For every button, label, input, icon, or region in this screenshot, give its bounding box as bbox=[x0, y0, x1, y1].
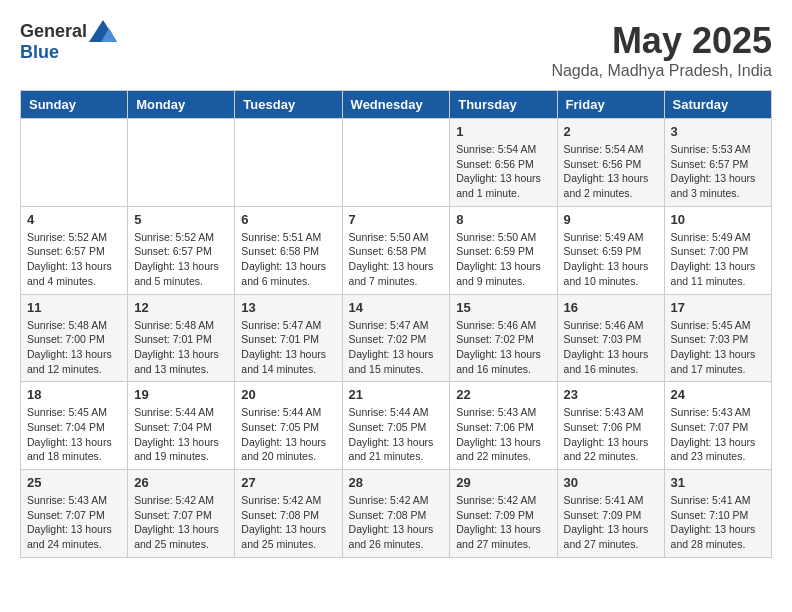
day-number: 12 bbox=[134, 300, 228, 315]
calendar-cell: 7Sunrise: 5:50 AM Sunset: 6:58 PM Daylig… bbox=[342, 206, 450, 294]
day-number: 14 bbox=[349, 300, 444, 315]
day-info: Sunrise: 5:50 AM Sunset: 6:58 PM Dayligh… bbox=[349, 230, 444, 289]
logo: General Blue bbox=[20, 20, 117, 63]
day-number: 27 bbox=[241, 475, 335, 490]
calendar-cell: 20Sunrise: 5:44 AM Sunset: 7:05 PM Dayli… bbox=[235, 382, 342, 470]
day-number: 18 bbox=[27, 387, 121, 402]
calendar-table: SundayMondayTuesdayWednesdayThursdayFrid… bbox=[20, 90, 772, 558]
calendar-cell: 3Sunrise: 5:53 AM Sunset: 6:57 PM Daylig… bbox=[664, 119, 771, 207]
weekday-header-wednesday: Wednesday bbox=[342, 91, 450, 119]
day-number: 6 bbox=[241, 212, 335, 227]
day-number: 29 bbox=[456, 475, 550, 490]
calendar-cell: 8Sunrise: 5:50 AM Sunset: 6:59 PM Daylig… bbox=[450, 206, 557, 294]
day-info: Sunrise: 5:51 AM Sunset: 6:58 PM Dayligh… bbox=[241, 230, 335, 289]
logo-blue-text: Blue bbox=[20, 42, 59, 63]
day-number: 17 bbox=[671, 300, 765, 315]
day-number: 22 bbox=[456, 387, 550, 402]
page-header: General Blue May 2025 Nagda, Madhya Prad… bbox=[20, 20, 772, 80]
day-info: Sunrise: 5:47 AM Sunset: 7:02 PM Dayligh… bbox=[349, 318, 444, 377]
weekday-header-saturday: Saturday bbox=[664, 91, 771, 119]
day-info: Sunrise: 5:46 AM Sunset: 7:03 PM Dayligh… bbox=[564, 318, 658, 377]
calendar-cell: 23Sunrise: 5:43 AM Sunset: 7:06 PM Dayli… bbox=[557, 382, 664, 470]
day-number: 4 bbox=[27, 212, 121, 227]
month-title: May 2025 bbox=[551, 20, 772, 62]
calendar-cell: 27Sunrise: 5:42 AM Sunset: 7:08 PM Dayli… bbox=[235, 470, 342, 558]
calendar-cell: 30Sunrise: 5:41 AM Sunset: 7:09 PM Dayli… bbox=[557, 470, 664, 558]
day-info: Sunrise: 5:42 AM Sunset: 7:08 PM Dayligh… bbox=[349, 493, 444, 552]
weekday-header-sunday: Sunday bbox=[21, 91, 128, 119]
day-number: 20 bbox=[241, 387, 335, 402]
weekday-header-tuesday: Tuesday bbox=[235, 91, 342, 119]
day-info: Sunrise: 5:52 AM Sunset: 6:57 PM Dayligh… bbox=[27, 230, 121, 289]
calendar-week-4: 18Sunrise: 5:45 AM Sunset: 7:04 PM Dayli… bbox=[21, 382, 772, 470]
day-info: Sunrise: 5:54 AM Sunset: 6:56 PM Dayligh… bbox=[456, 142, 550, 201]
calendar-cell: 28Sunrise: 5:42 AM Sunset: 7:08 PM Dayli… bbox=[342, 470, 450, 558]
logo-general-text: General bbox=[20, 21, 87, 42]
day-info: Sunrise: 5:41 AM Sunset: 7:09 PM Dayligh… bbox=[564, 493, 658, 552]
calendar-cell: 11Sunrise: 5:48 AM Sunset: 7:00 PM Dayli… bbox=[21, 294, 128, 382]
calendar-cell bbox=[235, 119, 342, 207]
day-number: 19 bbox=[134, 387, 228, 402]
calendar-cell bbox=[342, 119, 450, 207]
day-number: 31 bbox=[671, 475, 765, 490]
day-number: 7 bbox=[349, 212, 444, 227]
day-info: Sunrise: 5:42 AM Sunset: 7:07 PM Dayligh… bbox=[134, 493, 228, 552]
calendar-cell: 15Sunrise: 5:46 AM Sunset: 7:02 PM Dayli… bbox=[450, 294, 557, 382]
day-number: 2 bbox=[564, 124, 658, 139]
calendar-cell: 25Sunrise: 5:43 AM Sunset: 7:07 PM Dayli… bbox=[21, 470, 128, 558]
calendar-cell: 16Sunrise: 5:46 AM Sunset: 7:03 PM Dayli… bbox=[557, 294, 664, 382]
calendar-week-2: 4Sunrise: 5:52 AM Sunset: 6:57 PM Daylig… bbox=[21, 206, 772, 294]
day-info: Sunrise: 5:54 AM Sunset: 6:56 PM Dayligh… bbox=[564, 142, 658, 201]
calendar-cell bbox=[128, 119, 235, 207]
calendar-week-3: 11Sunrise: 5:48 AM Sunset: 7:00 PM Dayli… bbox=[21, 294, 772, 382]
calendar-cell: 13Sunrise: 5:47 AM Sunset: 7:01 PM Dayli… bbox=[235, 294, 342, 382]
calendar-cell: 12Sunrise: 5:48 AM Sunset: 7:01 PM Dayli… bbox=[128, 294, 235, 382]
day-info: Sunrise: 5:43 AM Sunset: 7:07 PM Dayligh… bbox=[671, 405, 765, 464]
day-info: Sunrise: 5:46 AM Sunset: 7:02 PM Dayligh… bbox=[456, 318, 550, 377]
day-info: Sunrise: 5:49 AM Sunset: 7:00 PM Dayligh… bbox=[671, 230, 765, 289]
calendar-cell: 22Sunrise: 5:43 AM Sunset: 7:06 PM Dayli… bbox=[450, 382, 557, 470]
day-info: Sunrise: 5:43 AM Sunset: 7:06 PM Dayligh… bbox=[456, 405, 550, 464]
day-number: 10 bbox=[671, 212, 765, 227]
calendar-cell: 9Sunrise: 5:49 AM Sunset: 6:59 PM Daylig… bbox=[557, 206, 664, 294]
calendar-cell: 2Sunrise: 5:54 AM Sunset: 6:56 PM Daylig… bbox=[557, 119, 664, 207]
day-info: Sunrise: 5:42 AM Sunset: 7:09 PM Dayligh… bbox=[456, 493, 550, 552]
day-number: 9 bbox=[564, 212, 658, 227]
day-number: 30 bbox=[564, 475, 658, 490]
day-info: Sunrise: 5:48 AM Sunset: 7:00 PM Dayligh… bbox=[27, 318, 121, 377]
day-number: 5 bbox=[134, 212, 228, 227]
title-area: May 2025 Nagda, Madhya Pradesh, India bbox=[551, 20, 772, 80]
weekday-header-row: SundayMondayTuesdayWednesdayThursdayFrid… bbox=[21, 91, 772, 119]
day-number: 15 bbox=[456, 300, 550, 315]
day-number: 1 bbox=[456, 124, 550, 139]
day-info: Sunrise: 5:43 AM Sunset: 7:07 PM Dayligh… bbox=[27, 493, 121, 552]
day-info: Sunrise: 5:41 AM Sunset: 7:10 PM Dayligh… bbox=[671, 493, 765, 552]
calendar-cell: 26Sunrise: 5:42 AM Sunset: 7:07 PM Dayli… bbox=[128, 470, 235, 558]
day-info: Sunrise: 5:48 AM Sunset: 7:01 PM Dayligh… bbox=[134, 318, 228, 377]
day-info: Sunrise: 5:45 AM Sunset: 7:03 PM Dayligh… bbox=[671, 318, 765, 377]
day-info: Sunrise: 5:43 AM Sunset: 7:06 PM Dayligh… bbox=[564, 405, 658, 464]
day-info: Sunrise: 5:53 AM Sunset: 6:57 PM Dayligh… bbox=[671, 142, 765, 201]
calendar-week-1: 1Sunrise: 5:54 AM Sunset: 6:56 PM Daylig… bbox=[21, 119, 772, 207]
calendar-cell: 1Sunrise: 5:54 AM Sunset: 6:56 PM Daylig… bbox=[450, 119, 557, 207]
location: Nagda, Madhya Pradesh, India bbox=[551, 62, 772, 80]
day-number: 23 bbox=[564, 387, 658, 402]
day-number: 28 bbox=[349, 475, 444, 490]
day-number: 8 bbox=[456, 212, 550, 227]
day-info: Sunrise: 5:49 AM Sunset: 6:59 PM Dayligh… bbox=[564, 230, 658, 289]
day-info: Sunrise: 5:45 AM Sunset: 7:04 PM Dayligh… bbox=[27, 405, 121, 464]
day-info: Sunrise: 5:44 AM Sunset: 7:05 PM Dayligh… bbox=[241, 405, 335, 464]
day-number: 26 bbox=[134, 475, 228, 490]
calendar-week-5: 25Sunrise: 5:43 AM Sunset: 7:07 PM Dayli… bbox=[21, 470, 772, 558]
calendar-cell: 29Sunrise: 5:42 AM Sunset: 7:09 PM Dayli… bbox=[450, 470, 557, 558]
day-number: 16 bbox=[564, 300, 658, 315]
day-info: Sunrise: 5:47 AM Sunset: 7:01 PM Dayligh… bbox=[241, 318, 335, 377]
weekday-header-thursday: Thursday bbox=[450, 91, 557, 119]
calendar-cell bbox=[21, 119, 128, 207]
calendar-cell: 18Sunrise: 5:45 AM Sunset: 7:04 PM Dayli… bbox=[21, 382, 128, 470]
calendar-cell: 21Sunrise: 5:44 AM Sunset: 7:05 PM Dayli… bbox=[342, 382, 450, 470]
calendar-cell: 17Sunrise: 5:45 AM Sunset: 7:03 PM Dayli… bbox=[664, 294, 771, 382]
day-info: Sunrise: 5:42 AM Sunset: 7:08 PM Dayligh… bbox=[241, 493, 335, 552]
day-info: Sunrise: 5:44 AM Sunset: 7:04 PM Dayligh… bbox=[134, 405, 228, 464]
calendar-cell: 6Sunrise: 5:51 AM Sunset: 6:58 PM Daylig… bbox=[235, 206, 342, 294]
